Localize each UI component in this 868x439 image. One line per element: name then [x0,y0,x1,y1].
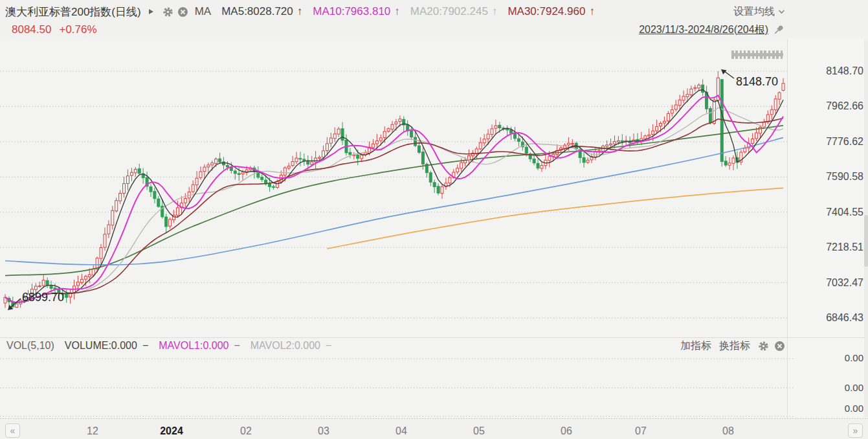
vol-indicator-label: VOL(5,10) [6,340,54,352]
price-axis-label: 7218.51 [809,242,863,253]
candle-body [410,131,413,137]
candle-body [495,126,497,128]
candle-body [46,280,49,285]
candle-body [774,99,777,110]
scroll-right-button[interactable]: » [848,423,863,438]
time-axis-label: 03 [301,425,346,437]
price-axis-label: 7776.62 [809,136,863,148]
scroll-left-button[interactable]: « [5,423,20,438]
candle-body [483,139,485,143]
candle-body [157,199,160,207]
ma-settings-button[interactable]: 设置均线 [733,5,785,19]
candle-body [130,172,133,175]
candle-body [134,169,137,172]
candle-body [533,159,535,163]
candle-body [375,141,378,144]
candle-body [138,169,140,174]
price-axis-label: 6846.43 [809,312,863,324]
candle-body [709,109,712,123]
candle-body [379,138,382,141]
candle-body [744,148,746,152]
candle-body [433,183,436,187]
volume-gear-icon[interactable] [758,341,769,352]
candle-body [586,160,589,163]
candle-body [456,168,459,172]
candle-body [341,129,344,141]
candle-body [644,136,647,139]
candle-body [241,172,244,174]
candle-body [234,171,236,174]
candlestick-chart-canvas [0,0,868,439]
candle-body [652,131,654,134]
mavol1-dash: − [234,340,239,352]
price-summary-row: 8084.50 +0.76% 2023/11/3-2024/8/26(204根) [0,22,868,38]
candle-body [126,176,129,184]
candle-body [648,135,651,136]
candle-body [525,147,528,153]
candle-body [606,145,608,146]
candle-body [238,174,240,175]
time-axis-label: 05 [456,425,502,437]
candle-body [571,143,573,144]
candle-body [84,276,87,279]
date-range-link[interactable]: 2023/11/3-2024/8/26(204根) [639,23,768,37]
candle-body [686,95,689,97]
candle-body [372,144,374,148]
expand-caret-icon[interactable] [149,9,153,14]
data-zoom-handle[interactable] [731,51,783,59]
candle-body [460,163,463,168]
candle-body [223,162,225,165]
volume-dash: − [142,340,148,352]
candle-body [510,130,513,133]
candle-body [326,144,328,151]
ma30-value: MA30:7924.960↑ [507,5,595,18]
candle-body [540,166,543,168]
candle-body [755,133,758,139]
candle-body [751,139,754,143]
candle-body [702,85,704,92]
candle-body [548,157,551,161]
volume-axis-label: 0.00 [809,382,863,393]
right-scrollbar-thumb[interactable] [864,215,868,267]
candle-body [291,162,294,166]
add-indicator-button[interactable]: 加指标 [680,339,711,353]
mavol1-value: MAVOL1:0.000 [159,340,228,352]
ma-close-icon[interactable] [177,6,188,17]
candle-body [42,280,45,286]
pin-icon[interactable] [772,23,785,36]
candle-body [80,279,83,282]
candle-body [54,288,56,289]
candle-body [100,248,102,259]
volume-pane-header: VOL(5,10) VOLUME:0.000 − MAVOL1:0.000 − … [0,339,868,353]
low-annotation: 6899.70 [22,291,64,304]
candle-body [284,168,286,175]
candle-body [169,220,172,226]
candle-body [333,134,336,139]
candle-body [674,105,677,109]
candle-body [517,139,520,141]
candle-body [211,163,214,165]
candle-body [762,122,765,127]
time-axis-label: 02 [223,425,269,437]
candle-body [150,187,152,192]
candle-body [414,137,417,146]
ma-settings-gear-icon[interactable] [162,6,173,17]
price-axis-label: 7032.47 [809,277,863,289]
candle-body [219,159,221,162]
candle-body [610,144,612,145]
candle-body [153,192,156,199]
price-change-pct: +0.76% [59,23,96,36]
candle-body [399,119,401,122]
ma10-up-arrow: ↑ [394,5,400,17]
candle-body [728,163,731,165]
ma10-value: MA10:7963.810↑ [313,5,400,18]
volume-close-icon[interactable] [774,341,785,352]
volume-axis-label: 0.00 [809,352,863,363]
candle-body [678,100,681,105]
switch-indicator-button[interactable]: 换指标 [719,339,750,353]
candle-body [123,184,126,194]
candle-body [782,84,785,91]
candle-body [165,217,168,227]
candle-body [261,177,263,180]
instrument-title[interactable]: 澳大利亚标普200指数(日线) [5,5,141,19]
